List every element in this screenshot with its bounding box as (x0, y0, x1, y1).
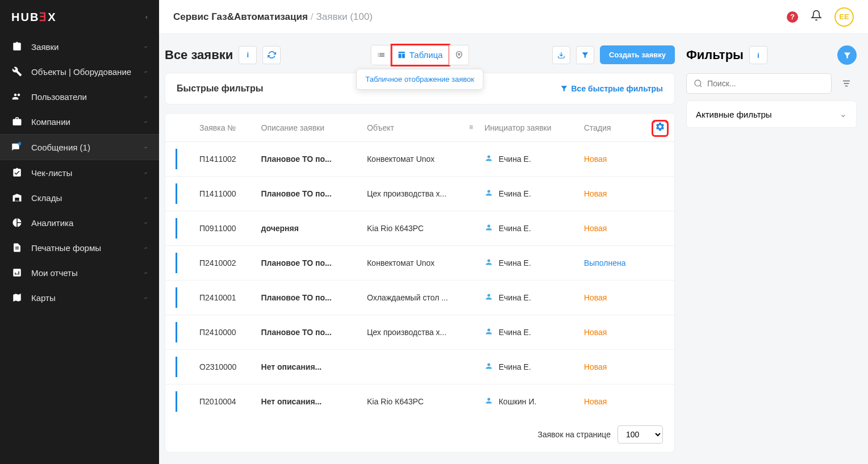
refresh-button[interactable] (262, 46, 281, 64)
avatar[interactable]: EE (834, 7, 854, 27)
all-quick-filters-link[interactable]: Все быстрые фильтры (560, 84, 663, 93)
cell-description: Плановое ТО по... (256, 177, 361, 211)
sidebar-item-report[interactable]: Мои отчеты ⌐ (0, 260, 159, 285)
sidebar-item-messages[interactable]: Сообщения (1) ⌐ (0, 135, 159, 160)
cell-stage: Новая (578, 211, 646, 246)
cell-number: П2410000 (194, 315, 256, 350)
person-icon (485, 396, 493, 407)
cell-stage: Новая (578, 281, 646, 315)
notifications-icon[interactable] (811, 10, 822, 24)
svg-point-7 (487, 363, 490, 366)
warehouse-icon (11, 192, 23, 203)
chevron-icon: ⌐ (145, 170, 148, 175)
sidebar-item-wrench[interactable]: Объекты | Оборудование ⌐ (0, 59, 159, 84)
svg-point-3 (487, 225, 490, 228)
search-box[interactable] (686, 73, 832, 94)
table-row[interactable]: П1411000 Плановое ТО по... Цех производс… (165, 177, 674, 211)
chevron-icon: ⌐ (145, 195, 148, 200)
table-row[interactable]: П2010004 Нет описания... Kia Rio К643РС … (165, 384, 674, 417)
help-icon[interactable]: ? (787, 11, 798, 23)
cell-number: П0911000 (194, 211, 256, 246)
table-row[interactable]: О2310000 Нет описания... Ечина Е. Новая (165, 350, 674, 384)
col-initiator[interactable]: Инициатор заявки (479, 114, 578, 142)
svg-line-12 (700, 85, 702, 87)
sidebar-item-warehouse[interactable]: Склады ⌐ (0, 185, 159, 210)
quick-filters-title: Быстрые фильтры (177, 83, 263, 94)
cell-number: П1411002 (194, 142, 256, 177)
filter-button[interactable] (576, 46, 594, 64)
collapse-sidebar-icon[interactable]: ‹ (145, 13, 148, 21)
table-row[interactable]: П2410001 Плановое ТО по... Охлаждаемый с… (165, 281, 674, 315)
view-table-button[interactable]: Таблица (392, 45, 449, 65)
table-row[interactable]: П2410002 Плановое ТО по... Конвектомат U… (165, 246, 674, 281)
col-stage[interactable]: Стадия (578, 114, 646, 142)
person-icon (485, 223, 493, 233)
sidebar-item-checklist[interactable]: Чек-листы ⌐ (0, 160, 159, 185)
logo-part-1: HUB (11, 11, 39, 23)
cell-description: Плановое ТО по... (256, 142, 361, 177)
table-row[interactable]: П2410000 Плановое ТО по... Цех производс… (165, 315, 674, 350)
active-filters-accordion[interactable]: Активные фильтры ⌄ (686, 101, 857, 128)
download-button[interactable] (552, 46, 570, 64)
sort-button[interactable] (836, 73, 857, 94)
table-row[interactable]: П1411002 Плановое ТО по... Конвектомат U… (165, 142, 674, 177)
row-indicator (176, 322, 177, 342)
content-main: Все заявки i Таблица (159, 34, 675, 464)
sidebar-item-label: Склады (31, 193, 62, 203)
breadcrumb-company[interactable]: Сервис Газ&Автоматизация (173, 11, 308, 23)
sidebar-item-clipboard[interactable]: Заявки ⌐ (0, 34, 159, 59)
topbar-actions: ? EE (787, 7, 854, 27)
table-settings-button[interactable] (653, 123, 667, 135)
cell-initiator: Ечина Е. (479, 211, 578, 246)
view-map-button[interactable] (449, 45, 469, 65)
sidebar-header: HUBƎX ‹ (0, 0, 159, 34)
chevron-icon: ⌐ (145, 220, 148, 225)
cell-number: П1411000 (194, 177, 256, 211)
logo[interactable]: HUBƎX (11, 10, 57, 24)
svg-point-1 (487, 156, 490, 158)
active-filters-label: Активные фильтры (696, 110, 772, 119)
sidebar-item-users[interactable]: Пользователи ⌐ (0, 84, 159, 109)
chevron-icon: ⌐ (145, 119, 148, 124)
cell-description: Нет описания... (256, 384, 361, 417)
briefcase-icon (11, 116, 23, 127)
sidebar-item-label: Заявки (31, 42, 59, 52)
person-icon (485, 327, 493, 337)
cell-stage: Новая (578, 177, 646, 211)
notification-dot (18, 142, 21, 145)
create-request-button[interactable]: Создать заявку (600, 45, 675, 64)
col-description[interactable]: Описание заявки (256, 114, 361, 142)
breadcrumb-separator: / (311, 11, 314, 23)
svg-point-4 (487, 260, 490, 262)
breadcrumb-page: Заявки (100) (316, 11, 373, 23)
users-icon (11, 91, 23, 102)
col-object[interactable]: Объект ≡ (361, 114, 479, 142)
search-input[interactable] (707, 79, 824, 88)
filters-panel: Фильтры i Активные фильтры ⌄ (675, 34, 868, 464)
row-indicator (176, 391, 177, 412)
sidebar-item-doc[interactable]: Печатные формы ⌐ (0, 235, 159, 260)
filters-toggle-button[interactable] (837, 45, 857, 65)
view-list-button[interactable] (371, 45, 392, 65)
cell-description: Плановое ТО по... (256, 246, 361, 281)
person-icon (485, 258, 493, 268)
chevron-icon: ⌐ (145, 295, 148, 300)
cell-initiator: Ечина Е. (479, 315, 578, 350)
cell-initiator: Ечина Е. (479, 246, 578, 281)
cell-initiator: Ечина Е. (479, 350, 578, 384)
svg-point-6 (487, 329, 490, 332)
col-number[interactable]: Заявка № (194, 114, 256, 142)
sidebar-item-pie[interactable]: Аналитика ⌐ (0, 210, 159, 235)
page-size-select[interactable]: 100 (617, 425, 663, 444)
row-indicator (176, 357, 177, 377)
table-card: Заявка № Описание заявки Объект ≡ Инициа… (165, 113, 675, 453)
sidebar-item-briefcase[interactable]: Компании ⌐ (0, 109, 159, 134)
info-button[interactable]: i (239, 46, 257, 64)
sidebar-item-label: Объекты | Оборудование (31, 67, 131, 77)
row-indicator (176, 183, 177, 204)
table-row[interactable]: П0911000 дочерняя Kia Rio К643РС Ечина Е… (165, 211, 674, 246)
person-icon (485, 189, 493, 199)
cell-stage: Новая (578, 350, 646, 384)
sidebar-item-map[interactable]: Карты ⌐ (0, 285, 159, 310)
filters-info-button[interactable]: i (749, 46, 767, 64)
